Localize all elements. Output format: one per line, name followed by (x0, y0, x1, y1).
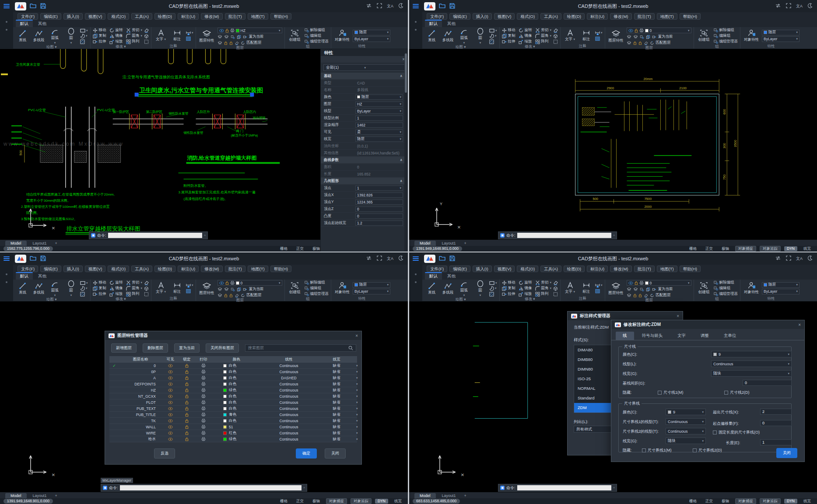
status-toggle[interactable]: 对象追踪 (351, 498, 372, 504)
rotate-tool[interactable]: 旋转 (519, 280, 532, 285)
visibility-eye-icon[interactable] (162, 425, 179, 429)
baseline-spacing-input[interactable]: 0 (743, 380, 792, 386)
layer-merge-icon[interactable] (652, 287, 656, 291)
ext-lineweight-dropdown[interactable]: 随块▾ (666, 438, 706, 444)
menu-item[interactable]: 地图(T) (657, 13, 677, 20)
stretch-tool[interactable]: 拉伸 (502, 39, 515, 44)
menu-item[interactable]: 帮助(H) (680, 13, 701, 20)
tab-model[interactable]: Model (414, 241, 436, 246)
layer-walk-icon[interactable] (231, 287, 235, 291)
status-toggle[interactable]: 正交 (703, 246, 715, 251)
fullscreen-icon[interactable] (377, 3, 382, 9)
layer-dropdown[interactable]: 0 ▾ (627, 280, 691, 286)
layer-erase-icon[interactable] (235, 294, 239, 298)
mirror-tool[interactable]: 镜像 (519, 286, 532, 291)
hide-dimline2-checkbox[interactable]: 尺寸线2(D) (724, 390, 750, 396)
print-icon[interactable] (195, 419, 212, 423)
move-tool[interactable]: 移动 (502, 28, 515, 33)
menu-item[interactable]: 绘图(D) (154, 13, 175, 20)
layer-undo-icon[interactable] (241, 294, 245, 298)
visibility-eye-icon[interactable] (162, 382, 179, 386)
dark-mode-icon[interactable] (398, 3, 403, 9)
object-properties-button[interactable]: 对象特性 (743, 29, 760, 42)
menu-item[interactable]: 插入(I) (473, 13, 492, 20)
property-value[interactable]: 是 ▾ (355, 130, 403, 135)
ribbon-tab[interactable]: 其他 (443, 273, 460, 280)
invert-selection-button[interactable]: 反选 (154, 448, 175, 458)
ext1-linetype-dropdown[interactable]: Continuous▾ (666, 418, 706, 425)
property-value[interactable]: (id:12613944,handle:5e5) ▾ (355, 150, 403, 156)
lock-icon[interactable] (179, 425, 195, 429)
rotate-tool[interactable]: 旋转 (109, 28, 123, 33)
status-toggle[interactable]: 极轴 (719, 499, 732, 504)
object-properties-button[interactable]: 对象特性 (333, 29, 351, 42)
layer-lineweight[interactable]: 缺省 (317, 388, 356, 393)
close-button[interactable]: 关闭 (776, 448, 797, 458)
property-row[interactable]: 法向坐标 (0,0,1) ▾ ∧ (321, 143, 404, 150)
visibility-eye-icon[interactable] (162, 364, 179, 368)
layer-linetype[interactable]: Continuous (261, 406, 317, 411)
copy-tool[interactable]: 复制 (93, 33, 106, 38)
group-manager-button[interactable]: 编组管理器 (305, 291, 329, 297)
row-dropdown-chevron[interactable]: ▾ (356, 431, 364, 435)
mirror-tool[interactable]: 镜像 (519, 33, 532, 38)
layer-copy-icon[interactable] (237, 287, 241, 291)
menu-item[interactable]: 帮助(H) (680, 266, 701, 272)
menu-item[interactable]: 视图(V) (85, 266, 106, 272)
property-row[interactable]: 其他信息 (id:12613944,handle:5e5) ▾ ∧ (321, 150, 404, 157)
scale-tool[interactable]: 缩放 (109, 39, 123, 44)
lock-icon[interactable] (179, 382, 195, 386)
property-row[interactable]: 可见 是 ▾ ∧ (321, 129, 404, 136)
circle-tool[interactable]: 圆▾ (473, 28, 487, 45)
status-toggle[interactable]: DYN (784, 499, 797, 504)
menu-item[interactable]: 工具(A) (540, 13, 561, 20)
ribbon-tab[interactable]: 其他 (34, 21, 51, 27)
dim-style-tab[interactable]: 调整 (694, 332, 716, 340)
dim-style-tab[interactable]: 文字 (670, 332, 693, 340)
fullscreen-icon[interactable] (377, 256, 382, 262)
ungroup-button[interactable]: 解除编组 (305, 280, 329, 285)
menu-item[interactable]: 插入(I) (63, 266, 83, 272)
property-value[interactable]: 随层 ▾ (355, 136, 403, 142)
group-label-modify[interactable]: 修改 ▾ (93, 297, 149, 301)
menu-item[interactable]: 工具(A) (131, 13, 152, 20)
layer-dropdown[interactable]: 0 ▾ (217, 280, 282, 286)
property-value[interactable]: 1224.365 ▾ (355, 200, 403, 205)
layer-lineweight[interactable]: 缺省 (317, 363, 356, 368)
menu-item[interactable]: 修改(M) (201, 266, 222, 272)
visibility-eye-icon[interactable] (162, 407, 179, 410)
print-icon[interactable] (195, 400, 212, 404)
line-tool[interactable]: 直线 (15, 282, 30, 295)
hamburger-menu-icon[interactable] (4, 4, 10, 8)
ok-button[interactable]: 确定 (296, 448, 317, 458)
layer-freeze-icon[interactable] (633, 35, 638, 39)
command-collapse-icon[interactable]: ^ (613, 234, 615, 238)
tab-layout1[interactable]: Layout1 (28, 241, 52, 246)
visibility-eye-icon[interactable] (162, 438, 179, 441)
property-row[interactable]: 面积 0 ▾ ∧ (321, 164, 404, 171)
section-collapse-icon[interactable]: ∧ (400, 179, 403, 183)
line-tool[interactable]: 直线 (424, 282, 439, 295)
polyline-tool[interactable]: 多线段 (441, 282, 455, 295)
property-value[interactable]: 1 ▾ (355, 186, 403, 191)
fillet-tool[interactable]: 圆角▾ (126, 286, 143, 291)
row-dropdown-chevron[interactable]: ▾ (356, 413, 364, 416)
status-toggle[interactable]: 极轴 (719, 246, 732, 251)
menu-item[interactable]: 格式(O) (108, 13, 129, 20)
set-current-layer-button[interactable]: 置为当前 (658, 287, 673, 292)
dim-line-linetype-dropdown[interactable]: Continuous▾ (711, 360, 792, 367)
add-layout-button[interactable]: + (53, 493, 60, 498)
stretch-tool[interactable]: 拉伸 (93, 39, 106, 44)
layer-linetype[interactable]: Continuous (261, 425, 317, 429)
ungroup-button[interactable]: 解除编组 (305, 28, 329, 33)
layer-properties-button[interactable]: 图层特性 (198, 30, 216, 43)
menu-item[interactable]: 修改(M) (201, 13, 222, 20)
donut-tool[interactable]: ▾ (80, 286, 88, 291)
object-properties-button[interactable]: 对象特性 (333, 282, 351, 295)
layer-on-icon[interactable] (627, 294, 631, 298)
ungroup-button[interactable]: 解除编组 (714, 28, 738, 33)
dialog-title-bar[interactable]: 标注样式管理器 × (568, 312, 683, 320)
polyline-tool[interactable]: 多线段 (32, 30, 46, 43)
layer-linetype[interactable]: Continuous (261, 364, 317, 368)
save-file-icon[interactable] (40, 3, 46, 10)
